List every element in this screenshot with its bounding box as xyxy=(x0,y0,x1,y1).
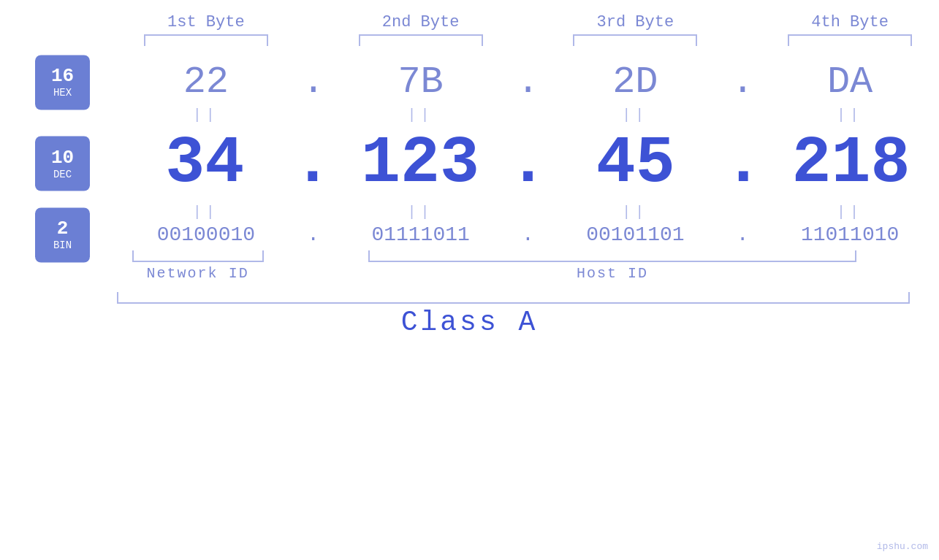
hex-b1: 22 xyxy=(183,61,229,104)
dec-values-row: 34 . 123 . 45 . 218 xyxy=(0,126,939,201)
hex-b4-cell: DA xyxy=(761,61,939,104)
bin-b1-cell: 00100010 xyxy=(117,223,295,246)
top-bracket-row xyxy=(0,34,939,46)
top-bracket-3 xyxy=(547,34,725,46)
top-bracket-1 xyxy=(117,34,295,46)
bin-badge-label: BIN xyxy=(53,239,72,251)
dec-b2: 123 xyxy=(361,126,479,201)
byte3-header: 3rd Byte xyxy=(547,13,725,31)
bin-badge-number: 2 xyxy=(57,219,69,238)
top-bracket-4 xyxy=(761,34,939,46)
hex-b2-cell: 7B xyxy=(332,61,510,104)
hex-b1-cell: 22 xyxy=(117,61,295,104)
class-bracket-row xyxy=(0,292,939,304)
dec-badge: 10 DEC xyxy=(35,137,90,191)
host-bracket xyxy=(315,250,910,262)
dec-dot3: . xyxy=(723,126,763,201)
hex-dot2: . xyxy=(510,61,547,104)
dec-b4-cell: 218 xyxy=(763,126,939,201)
bin-b2: 01111011 xyxy=(371,223,469,246)
bin-b1: 00100010 xyxy=(157,223,255,246)
bin-section: 2 BIN 00100010 . 01111011 . 00101101 . xyxy=(0,223,939,246)
byte1-header: 1st Byte xyxy=(117,13,295,31)
bin-b3-cell: 00101101 xyxy=(547,223,725,246)
hex-badge-label: HEX xyxy=(53,87,72,99)
bin-dot2: . xyxy=(510,223,547,246)
bin-b2-cell: 01111011 xyxy=(332,223,510,246)
dec-b2-cell: 123 xyxy=(332,126,509,201)
network-id-label: Network ID xyxy=(147,265,249,282)
hex-section: 16 HEX 22 . 7B . 2D . DA xyxy=(0,61,939,104)
dec-b3-cell: 45 xyxy=(548,126,724,201)
class-label: Class A xyxy=(401,307,539,338)
top-bracket-2 xyxy=(332,34,510,46)
dec-section: 10 DEC 34 . 123 . 45 . 218 xyxy=(0,126,939,201)
bin-values-row: 00100010 . 01111011 . 00101101 . 1101101… xyxy=(0,223,939,246)
dec-dot1: . xyxy=(293,126,332,201)
bin-dot1: . xyxy=(295,223,332,246)
hex-dot3: . xyxy=(724,61,761,104)
hex-b2: 7B xyxy=(398,61,443,104)
watermark-text: ipshu.com xyxy=(877,541,928,552)
hex-badge-number: 16 xyxy=(51,66,74,85)
hex-dot1: . xyxy=(295,61,332,104)
dec-dot2: . xyxy=(508,126,547,201)
host-id-label: Host ID xyxy=(577,265,648,282)
hex-b3: 2D xyxy=(612,61,658,104)
dec-badge-label: DEC xyxy=(53,168,72,180)
equals-row-2: || || || || xyxy=(0,204,939,220)
hex-b4: DA xyxy=(827,61,873,104)
network-bracket xyxy=(117,250,278,262)
byte-header-row: 1st Byte 2nd Byte 3rd Byte 4th Byte xyxy=(0,13,939,31)
hex-badge: 16 HEX xyxy=(35,55,90,110)
bin-dot3: . xyxy=(724,223,761,246)
bottom-bracket-row xyxy=(0,250,939,262)
bin-b3: 00101101 xyxy=(586,223,684,246)
hex-b3-cell: 2D xyxy=(547,61,725,104)
host-id-label-cell: Host ID xyxy=(315,265,910,282)
network-id-label-cell: Network ID xyxy=(117,265,278,282)
dec-b3: 45 xyxy=(596,126,675,201)
dec-b4: 218 xyxy=(792,126,911,201)
id-labels-row: Network ID Host ID xyxy=(0,265,939,282)
dec-b1-cell: 34 xyxy=(117,126,293,201)
dec-b1: 34 xyxy=(165,126,244,201)
bin-b4-cell: 11011010 xyxy=(761,223,939,246)
bin-b4: 11011010 xyxy=(801,223,899,246)
equals-row-1: || || || || xyxy=(0,107,939,123)
byte4-header: 4th Byte xyxy=(761,13,939,31)
hex-values-row: 22 . 7B . 2D . DA xyxy=(0,61,939,104)
class-label-row: Class A xyxy=(0,307,939,338)
byte2-header: 2nd Byte xyxy=(332,13,510,31)
class-bracket-line xyxy=(117,292,910,304)
diagram-wrapper: 1st Byte 2nd Byte 3rd Byte 4th Byte xyxy=(0,0,939,560)
bin-badge: 2 BIN xyxy=(35,207,90,262)
watermark: ipshu.com xyxy=(877,540,928,553)
dec-badge-number: 10 xyxy=(51,147,74,166)
